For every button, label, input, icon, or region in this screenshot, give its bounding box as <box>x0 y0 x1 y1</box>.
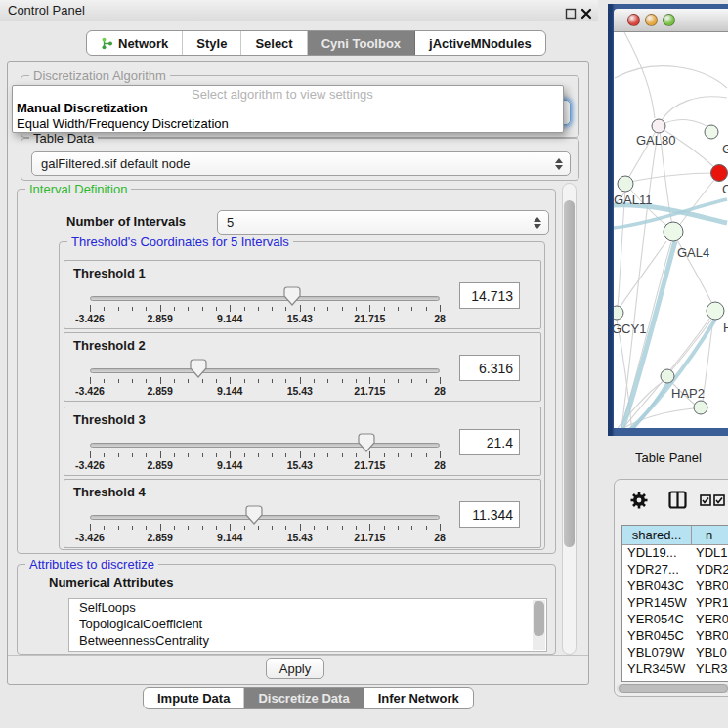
cell-shared-name[interactable]: YER054C <box>622 612 692 628</box>
node-label: GAL80 <box>636 133 675 148</box>
cell-shared-name[interactable]: YIL052C <box>622 678 692 682</box>
cell-name[interactable]: YPR1 <box>692 595 728 612</box>
cell-shared-name[interactable]: YBR043C <box>622 578 692 595</box>
node-label: HAP2 <box>671 386 705 401</box>
table-row[interactable]: YBR043CYBR0 <box>622 578 728 595</box>
cell-shared-name[interactable]: YPR145W <box>622 595 692 612</box>
threshold-value-field[interactable]: 21.4 <box>459 429 520 455</box>
cell-name[interactable]: YIL0 <box>692 678 728 682</box>
algorithm-dropdown-popup: Select algorithm to view settings Manual… <box>12 85 564 133</box>
close-traffic-light[interactable] <box>627 14 640 26</box>
slider-track[interactable] <box>90 368 440 373</box>
tick-label: 15.43 <box>287 532 313 543</box>
cell-name[interactable]: YDL1 <box>692 545 728 562</box>
cell-name[interactable]: YDR2 <box>692 562 728 578</box>
attribute-list-item[interactable]: TopologicalCoefficient <box>69 616 546 632</box>
checkbox-icon[interactable] <box>713 494 725 506</box>
table-row[interactable]: YDL19...YDL1 <box>622 545 728 562</box>
float-window-icon[interactable] <box>565 8 577 20</box>
tab-cyni-toolbox[interactable]: Cyni Toolbox <box>308 31 415 55</box>
tab-discretize-data[interactable]: Discretize Data <box>244 688 364 708</box>
network-node[interactable] <box>664 222 683 241</box>
tab-impute-data[interactable]: Impute Data <box>144 688 244 708</box>
network-node[interactable] <box>652 119 665 133</box>
cell-shared-name[interactable]: YDR27... <box>622 562 692 578</box>
tick-label: 15.43 <box>287 313 313 324</box>
num-intervals-label: Number of Intervals <box>66 214 186 229</box>
network-window-titlebar[interactable] <box>614 9 728 32</box>
scrollbar-thumb[interactable] <box>619 684 728 693</box>
tick-mark <box>132 379 133 383</box>
num-intervals-combo[interactable]: 5 <box>217 210 549 235</box>
cell-name[interactable]: YBR0 <box>692 578 728 595</box>
apply-button[interactable]: Apply <box>266 658 324 679</box>
threshold-value-field[interactable]: 6.316 <box>459 355 520 381</box>
close-icon[interactable] <box>580 8 592 20</box>
tab-network[interactable]: Network <box>87 31 183 55</box>
numerical-attributes-list[interactable]: SelfLoopsTopologicalCoefficientBetweenne… <box>68 598 547 652</box>
attribute-list-item[interactable]: BetweennessCentrality <box>69 632 546 649</box>
tab-jactivemnodules[interactable]: jActiveMNodules <box>415 31 545 55</box>
slider-track[interactable] <box>90 515 440 520</box>
slider-handle[interactable] <box>190 359 207 378</box>
table-horizontal-scrollbar[interactable] <box>617 684 728 693</box>
list-scrollbar[interactable] <box>533 600 545 650</box>
dropdown-option-manual[interactable]: Manual Discretization <box>17 101 148 115</box>
slider-track[interactable] <box>90 443 440 448</box>
tab-select[interactable]: Select <box>241 31 307 55</box>
slider-handle[interactable] <box>283 286 301 306</box>
network-node[interactable] <box>694 401 707 414</box>
tick-mark <box>90 524 91 531</box>
panel-scrollbar[interactable] <box>562 183 577 655</box>
tab-infer-network[interactable]: Infer Network <box>364 688 473 708</box>
cell-shared-name[interactable]: YBR045C <box>622 628 692 645</box>
node-label: GAL4 <box>677 245 709 260</box>
gear-icon[interactable] <box>629 491 649 510</box>
tick-mark <box>300 524 301 531</box>
table-row[interactable]: YPR145WYPR1 <box>622 595 728 612</box>
checkbox-icon[interactable] <box>700 494 711 506</box>
network-node[interactable] <box>707 302 724 320</box>
cell-shared-name[interactable]: YBL079W <box>622 645 692 662</box>
table-row[interactable]: YBL079WYBL0 <box>622 645 728 662</box>
minimize-traffic-light[interactable] <box>645 14 658 26</box>
scrollbar-thumb[interactable] <box>564 200 575 547</box>
network-canvas[interactable]: GAL80GACGAL11GAL4GCY1HHAP2 <box>614 32 728 428</box>
table-row[interactable]: YIL052CYIL0 <box>622 678 728 682</box>
column-header-shared-name[interactable]: shared... <box>622 526 692 544</box>
maximize-traffic-light[interactable] <box>663 14 675 26</box>
cell-shared-name[interactable]: YDL19... <box>622 545 692 562</box>
column-header-name[interactable]: n <box>692 526 728 544</box>
table-row[interactable]: YDR27...YDR2 <box>622 562 728 578</box>
slider-handle[interactable] <box>358 433 375 452</box>
tick-mark <box>216 526 217 530</box>
network-node[interactable] <box>618 176 633 192</box>
split-columns-icon[interactable] <box>668 491 687 509</box>
tick-mark <box>202 453 203 457</box>
cell-name[interactable]: YBR0 <box>692 628 728 645</box>
control-panel-titlebar: Control Panel <box>0 0 598 21</box>
threshold-value-field[interactable]: 14.713 <box>459 282 520 309</box>
cell-name[interactable]: YLR3 <box>692 662 728 678</box>
network-node[interactable] <box>614 306 623 320</box>
cell-name[interactable]: YER0 <box>692 612 728 628</box>
table-data-combo[interactable]: galFiltered.sif default node <box>31 151 571 176</box>
network-node[interactable] <box>705 125 718 139</box>
tab-style[interactable]: Style <box>183 31 241 55</box>
network-node[interactable] <box>661 369 674 383</box>
table-row[interactable]: YLR345WYLR3 <box>622 662 728 678</box>
slider-track[interactable] <box>90 296 440 301</box>
threshold-value-field[interactable]: 11.344 <box>459 501 520 528</box>
panel-title: Control Panel <box>8 3 85 18</box>
dropdown-option-equal-width[interactable]: Equal Width/Frequency Discretization <box>17 116 229 131</box>
attribute-list-item[interactable]: SelfLoops <box>69 599 546 616</box>
scrollbar-thumb[interactable] <box>534 601 544 636</box>
table-row[interactable]: YBR045CYBR0 <box>622 628 728 645</box>
cell-shared-name[interactable]: YLR345W <box>622 662 692 678</box>
tick-label: -3.426 <box>75 459 105 471</box>
table-row[interactable]: YER054CYER0 <box>622 612 728 628</box>
cell-name[interactable]: YBL0 <box>692 645 728 662</box>
tick-mark <box>411 453 412 457</box>
network-node[interactable] <box>711 165 728 182</box>
slider-handle[interactable] <box>245 505 263 525</box>
